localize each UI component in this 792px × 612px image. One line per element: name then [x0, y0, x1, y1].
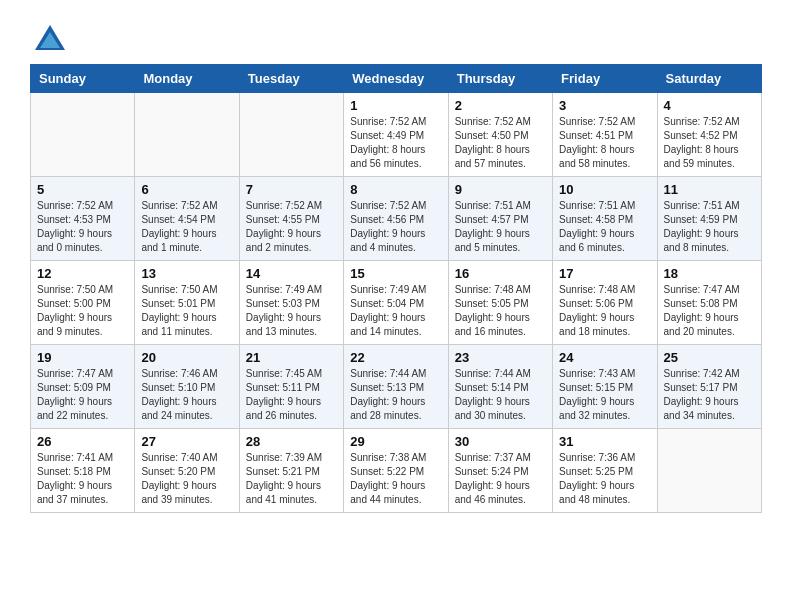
day-number: 7 — [246, 182, 337, 197]
calendar-week-row: 12Sunrise: 7:50 AM Sunset: 5:00 PM Dayli… — [31, 261, 762, 345]
calendar-cell: 22Sunrise: 7:44 AM Sunset: 5:13 PM Dayli… — [344, 345, 448, 429]
calendar-cell — [31, 93, 135, 177]
day-number: 24 — [559, 350, 650, 365]
day-info: Sunrise: 7:37 AM Sunset: 5:24 PM Dayligh… — [455, 451, 546, 507]
day-number: 15 — [350, 266, 441, 281]
weekday-header-thursday: Thursday — [448, 65, 552, 93]
day-number: 29 — [350, 434, 441, 449]
day-info: Sunrise: 7:51 AM Sunset: 4:58 PM Dayligh… — [559, 199, 650, 255]
weekday-header-sunday: Sunday — [31, 65, 135, 93]
calendar-cell: 4Sunrise: 7:52 AM Sunset: 4:52 PM Daylig… — [657, 93, 761, 177]
calendar-cell: 11Sunrise: 7:51 AM Sunset: 4:59 PM Dayli… — [657, 177, 761, 261]
day-number: 6 — [141, 182, 232, 197]
weekday-header-row: SundayMondayTuesdayWednesdayThursdayFrid… — [31, 65, 762, 93]
day-number: 3 — [559, 98, 650, 113]
day-number: 27 — [141, 434, 232, 449]
day-info: Sunrise: 7:48 AM Sunset: 5:06 PM Dayligh… — [559, 283, 650, 339]
day-info: Sunrise: 7:50 AM Sunset: 5:01 PM Dayligh… — [141, 283, 232, 339]
calendar-cell: 14Sunrise: 7:49 AM Sunset: 5:03 PM Dayli… — [239, 261, 343, 345]
day-number: 20 — [141, 350, 232, 365]
calendar-cell — [135, 93, 239, 177]
calendar-cell: 10Sunrise: 7:51 AM Sunset: 4:58 PM Dayli… — [553, 177, 657, 261]
day-number: 12 — [37, 266, 128, 281]
day-info: Sunrise: 7:52 AM Sunset: 4:52 PM Dayligh… — [664, 115, 755, 171]
calendar-cell: 21Sunrise: 7:45 AM Sunset: 5:11 PM Dayli… — [239, 345, 343, 429]
calendar-week-row: 19Sunrise: 7:47 AM Sunset: 5:09 PM Dayli… — [31, 345, 762, 429]
day-info: Sunrise: 7:52 AM Sunset: 4:50 PM Dayligh… — [455, 115, 546, 171]
day-number: 9 — [455, 182, 546, 197]
day-number: 5 — [37, 182, 128, 197]
day-number: 14 — [246, 266, 337, 281]
day-info: Sunrise: 7:40 AM Sunset: 5:20 PM Dayligh… — [141, 451, 232, 507]
day-info: Sunrise: 7:36 AM Sunset: 5:25 PM Dayligh… — [559, 451, 650, 507]
day-info: Sunrise: 7:43 AM Sunset: 5:15 PM Dayligh… — [559, 367, 650, 423]
day-number: 28 — [246, 434, 337, 449]
day-info: Sunrise: 7:47 AM Sunset: 5:09 PM Dayligh… — [37, 367, 128, 423]
calendar-cell: 24Sunrise: 7:43 AM Sunset: 5:15 PM Dayli… — [553, 345, 657, 429]
day-number: 26 — [37, 434, 128, 449]
day-info: Sunrise: 7:51 AM Sunset: 4:57 PM Dayligh… — [455, 199, 546, 255]
calendar-cell: 26Sunrise: 7:41 AM Sunset: 5:18 PM Dayli… — [31, 429, 135, 513]
weekday-header-friday: Friday — [553, 65, 657, 93]
day-number: 25 — [664, 350, 755, 365]
calendar-cell: 16Sunrise: 7:48 AM Sunset: 5:05 PM Dayli… — [448, 261, 552, 345]
day-info: Sunrise: 7:48 AM Sunset: 5:05 PM Dayligh… — [455, 283, 546, 339]
day-number: 11 — [664, 182, 755, 197]
calendar-week-row: 5Sunrise: 7:52 AM Sunset: 4:53 PM Daylig… — [31, 177, 762, 261]
day-info: Sunrise: 7:46 AM Sunset: 5:10 PM Dayligh… — [141, 367, 232, 423]
calendar-cell: 5Sunrise: 7:52 AM Sunset: 4:53 PM Daylig… — [31, 177, 135, 261]
calendar-cell: 12Sunrise: 7:50 AM Sunset: 5:00 PM Dayli… — [31, 261, 135, 345]
day-number: 13 — [141, 266, 232, 281]
calendar-cell: 23Sunrise: 7:44 AM Sunset: 5:14 PM Dayli… — [448, 345, 552, 429]
day-number: 30 — [455, 434, 546, 449]
calendar-cell: 18Sunrise: 7:47 AM Sunset: 5:08 PM Dayli… — [657, 261, 761, 345]
calendar-cell: 15Sunrise: 7:49 AM Sunset: 5:04 PM Dayli… — [344, 261, 448, 345]
day-info: Sunrise: 7:49 AM Sunset: 5:03 PM Dayligh… — [246, 283, 337, 339]
day-number: 19 — [37, 350, 128, 365]
calendar-cell — [657, 429, 761, 513]
calendar-cell: 2Sunrise: 7:52 AM Sunset: 4:50 PM Daylig… — [448, 93, 552, 177]
day-info: Sunrise: 7:52 AM Sunset: 4:54 PM Dayligh… — [141, 199, 232, 255]
day-info: Sunrise: 7:38 AM Sunset: 5:22 PM Dayligh… — [350, 451, 441, 507]
calendar-cell: 31Sunrise: 7:36 AM Sunset: 5:25 PM Dayli… — [553, 429, 657, 513]
day-number: 16 — [455, 266, 546, 281]
calendar-cell: 6Sunrise: 7:52 AM Sunset: 4:54 PM Daylig… — [135, 177, 239, 261]
day-info: Sunrise: 7:52 AM Sunset: 4:53 PM Dayligh… — [37, 199, 128, 255]
day-number: 1 — [350, 98, 441, 113]
day-info: Sunrise: 7:41 AM Sunset: 5:18 PM Dayligh… — [37, 451, 128, 507]
day-number: 23 — [455, 350, 546, 365]
calendar-cell: 13Sunrise: 7:50 AM Sunset: 5:01 PM Dayli… — [135, 261, 239, 345]
calendar-cell: 8Sunrise: 7:52 AM Sunset: 4:56 PM Daylig… — [344, 177, 448, 261]
logo-icon — [30, 20, 70, 60]
day-info: Sunrise: 7:50 AM Sunset: 5:00 PM Dayligh… — [37, 283, 128, 339]
day-info: Sunrise: 7:52 AM Sunset: 4:55 PM Dayligh… — [246, 199, 337, 255]
day-info: Sunrise: 7:47 AM Sunset: 5:08 PM Dayligh… — [664, 283, 755, 339]
weekday-header-monday: Monday — [135, 65, 239, 93]
day-info: Sunrise: 7:52 AM Sunset: 4:56 PM Dayligh… — [350, 199, 441, 255]
page-header — [30, 20, 762, 60]
calendar-cell: 28Sunrise: 7:39 AM Sunset: 5:21 PM Dayli… — [239, 429, 343, 513]
calendar-cell: 29Sunrise: 7:38 AM Sunset: 5:22 PM Dayli… — [344, 429, 448, 513]
day-info: Sunrise: 7:44 AM Sunset: 5:13 PM Dayligh… — [350, 367, 441, 423]
calendar-cell — [239, 93, 343, 177]
day-number: 31 — [559, 434, 650, 449]
day-number: 8 — [350, 182, 441, 197]
weekday-header-tuesday: Tuesday — [239, 65, 343, 93]
calendar-cell: 1Sunrise: 7:52 AM Sunset: 4:49 PM Daylig… — [344, 93, 448, 177]
weekday-header-saturday: Saturday — [657, 65, 761, 93]
weekday-header-wednesday: Wednesday — [344, 65, 448, 93]
calendar-week-row: 1Sunrise: 7:52 AM Sunset: 4:49 PM Daylig… — [31, 93, 762, 177]
day-number: 21 — [246, 350, 337, 365]
day-info: Sunrise: 7:52 AM Sunset: 4:49 PM Dayligh… — [350, 115, 441, 171]
day-number: 17 — [559, 266, 650, 281]
calendar-cell: 27Sunrise: 7:40 AM Sunset: 5:20 PM Dayli… — [135, 429, 239, 513]
logo — [30, 20, 76, 60]
day-number: 2 — [455, 98, 546, 113]
day-number: 18 — [664, 266, 755, 281]
calendar-cell: 7Sunrise: 7:52 AM Sunset: 4:55 PM Daylig… — [239, 177, 343, 261]
calendar-cell: 30Sunrise: 7:37 AM Sunset: 5:24 PM Dayli… — [448, 429, 552, 513]
day-info: Sunrise: 7:44 AM Sunset: 5:14 PM Dayligh… — [455, 367, 546, 423]
calendar-cell: 19Sunrise: 7:47 AM Sunset: 5:09 PM Dayli… — [31, 345, 135, 429]
calendar-cell: 25Sunrise: 7:42 AM Sunset: 5:17 PM Dayli… — [657, 345, 761, 429]
calendar-week-row: 26Sunrise: 7:41 AM Sunset: 5:18 PM Dayli… — [31, 429, 762, 513]
